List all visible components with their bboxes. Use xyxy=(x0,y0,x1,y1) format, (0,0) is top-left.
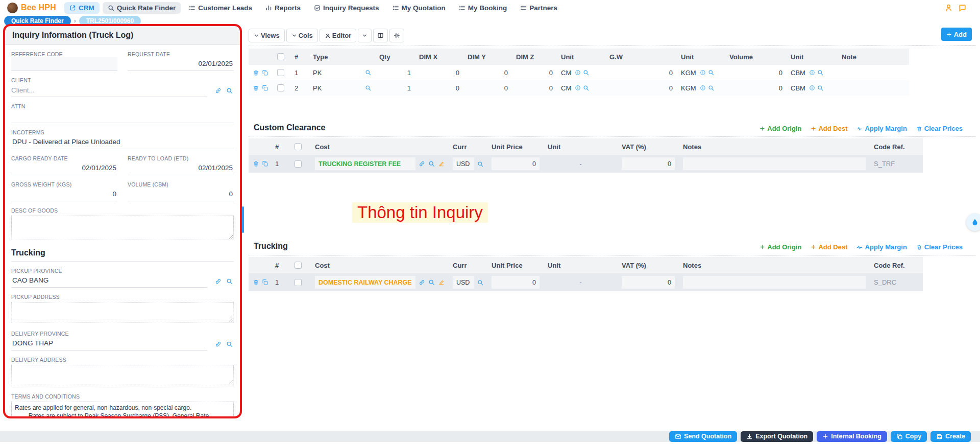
send-quotation-button[interactable]: Send Quotation xyxy=(669,431,737,442)
delivery-province-value[interactable]: DONG THAP xyxy=(11,337,207,350)
dim-unit-cell[interactable]: CM xyxy=(557,80,605,96)
link-icon[interactable] xyxy=(419,279,425,286)
select-all-checkbox[interactable] xyxy=(295,143,302,150)
add-dest-link[interactable]: Add Dest xyxy=(811,125,847,132)
views-button[interactable]: Views xyxy=(249,29,285,42)
row-checkbox[interactable] xyxy=(295,160,302,168)
edit-icon[interactable] xyxy=(438,279,445,286)
delete-row-icon[interactable] xyxy=(253,85,259,91)
breadcrumb-root[interactable]: Quick Rate Finder xyxy=(4,16,71,26)
nav-item-customer-leads[interactable]: Customer Leads xyxy=(184,2,257,14)
qty-cell[interactable]: 1 xyxy=(375,80,415,96)
search-icon[interactable] xyxy=(817,69,823,76)
duplicate-row-icon[interactable] xyxy=(262,279,268,286)
apply-margin-link[interactable]: Apply Margin xyxy=(856,125,906,132)
add-cargo-button[interactable]: Add xyxy=(941,28,972,41)
nav-item-my-quotation[interactable]: My Quotation xyxy=(387,2,451,14)
qty-cell[interactable]: 1 xyxy=(375,65,415,80)
chat-icon[interactable] xyxy=(958,4,967,12)
info-icon[interactable] xyxy=(809,85,815,91)
search-icon[interactable] xyxy=(428,160,435,167)
notes-input[interactable] xyxy=(683,157,866,170)
export-quotation-button[interactable]: Export Quotation xyxy=(741,431,813,442)
edit-icon[interactable] xyxy=(438,160,445,167)
info-icon[interactable] xyxy=(700,85,706,91)
search-icon[interactable] xyxy=(583,69,589,76)
select-all-checkbox[interactable] xyxy=(277,53,284,60)
internal-booking-button[interactable]: Internal Booking xyxy=(817,431,887,442)
link-icon[interactable] xyxy=(215,87,222,94)
add-origin-link[interactable]: Add Origin xyxy=(760,243,801,251)
link-icon[interactable] xyxy=(419,160,425,167)
search-icon[interactable] xyxy=(477,279,483,286)
gw-cell[interactable]: 0 xyxy=(605,80,677,96)
vol-unit-cell[interactable]: CBM xyxy=(787,65,838,80)
delete-row-icon[interactable] xyxy=(253,279,259,286)
duplicate-row-icon[interactable] xyxy=(262,160,268,167)
vol-unit-cell[interactable]: CBM xyxy=(787,80,838,96)
row-checkbox[interactable] xyxy=(295,279,302,286)
info-icon[interactable] xyxy=(575,85,581,91)
volume-cell[interactable]: 0 xyxy=(725,80,787,96)
search-icon[interactable] xyxy=(226,87,233,94)
row-checkbox[interactable] xyxy=(277,84,284,91)
search-icon[interactable] xyxy=(428,279,435,286)
user-icon[interactable] xyxy=(944,4,953,12)
delete-row-icon[interactable] xyxy=(253,69,259,76)
client-input[interactable] xyxy=(11,83,207,97)
dimz-cell[interactable]: 0 xyxy=(512,65,557,80)
unit-cell[interactable]: - xyxy=(544,273,618,291)
add-origin-link[interactable]: Add Origin xyxy=(760,125,801,132)
desc-of-goods-textarea[interactable] xyxy=(11,216,234,240)
dimx-cell[interactable]: 0 xyxy=(415,80,463,96)
nav-item-partners[interactable]: Partners xyxy=(515,2,562,14)
gw-unit-cell[interactable]: KGM xyxy=(677,65,725,80)
info-icon[interactable] xyxy=(575,69,581,76)
row-checkbox[interactable] xyxy=(277,69,284,76)
info-icon[interactable] xyxy=(700,69,706,76)
note-cell[interactable] xyxy=(838,80,909,96)
unit-cell[interactable]: - xyxy=(544,155,618,173)
table-settings-button[interactable] xyxy=(389,29,404,42)
editor-button[interactable]: Editor xyxy=(320,29,357,42)
add-dest-link[interactable]: Add Dest xyxy=(811,243,847,251)
more-dropdown-button[interactable] xyxy=(358,29,372,42)
delete-row-icon[interactable] xyxy=(253,160,259,167)
panel-scrollbar[interactable] xyxy=(242,206,244,233)
nav-item-inquiry-requests[interactable]: Inquiry Requests xyxy=(309,2,384,14)
delivery-address-textarea[interactable] xyxy=(11,365,234,385)
curr-value[interactable]: USD xyxy=(453,276,474,289)
pickup-address-textarea[interactable] xyxy=(11,302,234,322)
search-icon[interactable] xyxy=(365,69,371,76)
split-view-button[interactable] xyxy=(373,29,388,42)
gw-cell[interactable]: 0 xyxy=(605,65,677,80)
type-cell[interactable]: PK xyxy=(309,65,375,80)
cost-input[interactable]: DOMESTIC RAILWAY CHARGE xyxy=(315,276,415,289)
dimy-cell[interactable]: 0 xyxy=(463,65,512,80)
nav-item-quick-rate-finder[interactable]: Quick Rate Finder xyxy=(103,2,181,14)
create-button[interactable]: Create xyxy=(930,431,971,442)
volume-cell[interactable]: 0 xyxy=(725,65,787,80)
link-icon[interactable] xyxy=(215,278,222,285)
search-icon[interactable] xyxy=(817,85,823,91)
curr-value[interactable]: USD xyxy=(453,157,474,170)
duplicate-row-icon[interactable] xyxy=(262,85,268,91)
terms-and-conditions-textarea[interactable]: Rates are applied for general, non-hazar… xyxy=(11,402,234,416)
attn-input[interactable] xyxy=(11,109,234,123)
apply-margin-link[interactable]: Apply Margin xyxy=(856,243,906,251)
clear-prices-link[interactable]: Clear Prices xyxy=(916,243,963,251)
note-cell[interactable] xyxy=(838,65,909,80)
cargo-ready-date-value[interactable]: 02/01/2025 xyxy=(11,161,117,175)
search-icon[interactable] xyxy=(477,161,483,167)
nav-item-my-booking[interactable]: My Booking xyxy=(454,2,512,14)
dimz-cell[interactable]: 0 xyxy=(512,80,557,96)
volume-value[interactable]: 0 xyxy=(128,188,234,201)
request-date-value[interactable]: 02/01/2025 xyxy=(128,57,234,71)
unit-price-input[interactable]: 0 xyxy=(492,276,540,289)
reference-code-input[interactable] xyxy=(11,57,117,71)
copy-button[interactable]: Copy xyxy=(891,431,927,442)
duplicate-row-icon[interactable] xyxy=(262,69,268,76)
search-icon[interactable] xyxy=(365,85,371,91)
dimy-cell[interactable]: 0 xyxy=(463,80,512,96)
search-icon[interactable] xyxy=(226,341,233,347)
